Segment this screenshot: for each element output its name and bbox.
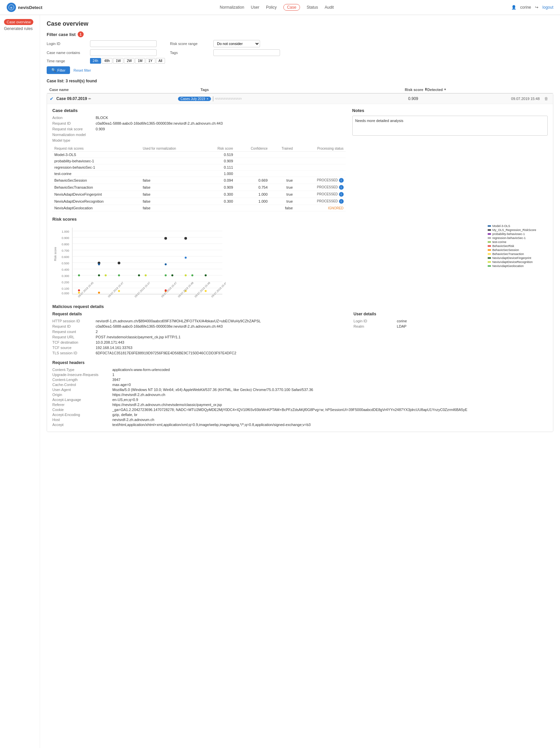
svg-text:0.500: 0.500 xyxy=(62,262,69,265)
svg-text:09.07.2019 15:48: 09.07.2019 15:48 xyxy=(177,281,194,298)
case-row: ✔ Case 09.07.2019 ✏ Cases July 2019 × | … xyxy=(47,93,553,432)
detected-date: 09.07.2019 15:48 xyxy=(421,97,540,101)
header-origin: Origin https://nevisrdf-2.zh.adnovum.ch xyxy=(52,393,548,397)
case-details-left: Case details Action BLOCK Request ID c0a… xyxy=(52,108,346,211)
chart-area: Risk score 1.000 0.900 0.800 0.700 0.600… xyxy=(52,224,484,299)
svg-point-34 xyxy=(78,274,80,276)
sidebar-item-generated-rules[interactable]: Generated rules xyxy=(4,25,36,32)
svg-text:0.200: 0.200 xyxy=(62,281,69,284)
nav-case[interactable]: Case xyxy=(283,4,300,11)
time-btn-24h[interactable]: 24h xyxy=(90,58,101,64)
filter-actions: 🔍 Filter Reset filter xyxy=(47,66,553,74)
th-confidence: Confidence xyxy=(235,146,270,152)
score-row-reg-behaviosec: regression-behavioSec-1 0.111 xyxy=(52,164,346,171)
case-details-right: Notes Needs more detailed analysis xyxy=(352,108,548,211)
info-icon-fingerprint[interactable]: i xyxy=(339,192,344,197)
nav-audit[interactable]: Audit xyxy=(325,5,334,10)
info-icon-trans[interactable]: i xyxy=(339,185,344,190)
svg-point-36 xyxy=(105,274,107,276)
delete-icon[interactable]: 🗑 xyxy=(542,96,550,101)
notes-textarea[interactable]: Needs more detailed analysis xyxy=(352,116,548,136)
svg-text:09.07.2019 15:48: 09.07.2019 15:48 xyxy=(211,281,226,298)
svg-point-43 xyxy=(191,274,193,276)
tags-input[interactable] xyxy=(213,49,280,56)
svg-point-46 xyxy=(98,292,100,294)
score-row-device-fingerprint: NevisAdaptDeviceFingerprint false 0.300 … xyxy=(52,191,346,198)
svg-point-51 xyxy=(78,289,80,291)
time-btn-1y[interactable]: 1Y xyxy=(146,58,155,64)
svg-text:09.07.2019 15:47: 09.07.2019 15:47 xyxy=(107,281,124,298)
logout-link[interactable]: logout xyxy=(542,5,553,10)
svg-point-50 xyxy=(205,290,207,292)
nav-status[interactable]: Status xyxy=(307,5,318,10)
th-used: Used for normalization xyxy=(141,146,203,152)
user-area: 👤 corine ↪ logout xyxy=(511,5,553,10)
user-details-title: User details xyxy=(354,312,548,316)
filter-button[interactable]: 🔍 Filter xyxy=(47,66,70,74)
risk-score-value: 0.909 xyxy=(339,96,418,101)
time-btn-all[interactable]: All xyxy=(156,58,165,64)
header-content-length: Content-Length 3947 xyxy=(52,378,548,382)
svg-point-30 xyxy=(184,237,187,240)
case-name-input[interactable] xyxy=(90,49,157,56)
time-btn-48h[interactable]: 48h xyxy=(102,58,113,64)
reset-filter-link[interactable]: Reset filter xyxy=(73,68,91,72)
col-header-risk[interactable]: Risk score ⬍ xyxy=(352,87,427,92)
edit-icon[interactable]: ✏ xyxy=(88,97,91,101)
filter-section: Filter case list 1 Login ID Risk score r… xyxy=(47,31,553,74)
time-btn-1w[interactable]: 1W xyxy=(113,58,123,64)
notes-title: Notes xyxy=(352,108,548,113)
malicious-section: Malicious request details Request detail… xyxy=(52,304,548,427)
nav-policy[interactable]: Policy xyxy=(266,5,277,10)
case-name: Case 09.07.2019 ✏ xyxy=(56,96,175,101)
app-header: n nevisDetect Normalization User Policy … xyxy=(0,0,560,15)
risk-score-detail: 0.909 xyxy=(96,127,105,131)
col-header-detected[interactable]: Detected ▼ xyxy=(427,88,541,92)
legend-dot-model3ols xyxy=(488,225,491,227)
score-row-model3ols: Model-3-OLS 0.519 xyxy=(52,152,346,158)
svg-text:0.100: 0.100 xyxy=(62,287,69,290)
case-list-header: Case list: 3 result(s) found xyxy=(47,79,553,83)
risk-score-select[interactable]: Do not consider xyxy=(213,40,260,47)
main-nav: Normalization User Policy Case Status Au… xyxy=(220,4,334,11)
case-tags: Cases July 2019 × | xyxy=(178,96,336,102)
tag-remove-icon[interactable]: × xyxy=(206,97,208,101)
tag-add-input[interactable] xyxy=(215,98,242,99)
th-trained: Trained xyxy=(270,146,295,152)
risk-sort[interactable]: Risk score ⬍ xyxy=(352,87,427,92)
request-id-row: Request ID c0a80ea1-5888-aabc0-16bd6fe13… xyxy=(52,324,344,328)
time-btn-1m[interactable]: 1M xyxy=(135,58,145,64)
tag-pill[interactable]: Cases July 2019 × xyxy=(178,97,211,101)
headers-title: Request headers xyxy=(52,360,548,365)
svg-point-38 xyxy=(138,274,140,276)
svg-point-42 xyxy=(185,274,187,276)
time-btn-2w[interactable]: 2W xyxy=(124,58,134,64)
nav-user[interactable]: User xyxy=(251,5,259,10)
sidebar-item-case-overview[interactable]: Case overview xyxy=(4,19,33,25)
legend-dot-behaviosec-session xyxy=(488,249,491,251)
search-icon: 🔍 xyxy=(51,68,56,72)
case-row-header[interactable]: ✔ Case 09.07.2019 ✏ Cases July 2019 × | … xyxy=(47,94,553,104)
legend-behaviosec-risk: BehavioSecRisk xyxy=(488,244,548,248)
col-header-tags: Tags xyxy=(201,88,352,92)
login-id-input[interactable] xyxy=(90,40,157,47)
svg-text:0.000: 0.000 xyxy=(62,292,69,295)
nav-normalization[interactable]: Normalization xyxy=(220,5,244,10)
case-list: Case list: 3 result(s) found Case name T… xyxy=(47,79,553,432)
svg-text:0.300: 0.300 xyxy=(62,274,69,278)
username: corine xyxy=(520,5,531,10)
detail-model-type: Model type xyxy=(52,138,346,142)
svg-text:0.900: 0.900 xyxy=(62,236,69,240)
legend-device-fingerprint: NevisAdaptDeviceFingerprint xyxy=(488,256,548,260)
case-details-title: Case details xyxy=(52,108,346,113)
svg-text:Risk score: Risk score xyxy=(54,247,57,261)
svg-text:0.800: 0.800 xyxy=(62,243,69,246)
legend-dot-device-fp xyxy=(488,257,491,259)
header-accept: Accept text/html,application/xhtml+xml,a… xyxy=(52,423,548,427)
request-url-row: Request URL POST /nevisdemo/classic/paym… xyxy=(52,335,344,339)
action-value: BLOCK xyxy=(96,116,108,120)
info-icon-recognition[interactable]: i xyxy=(339,199,344,204)
detected-sort-icon: ▼ xyxy=(444,88,446,91)
http-session-value: nevisrdf-1.zh.adnovum.ch/$894000aabcd09F… xyxy=(96,319,261,323)
info-icon-session[interactable]: i xyxy=(339,178,344,183)
